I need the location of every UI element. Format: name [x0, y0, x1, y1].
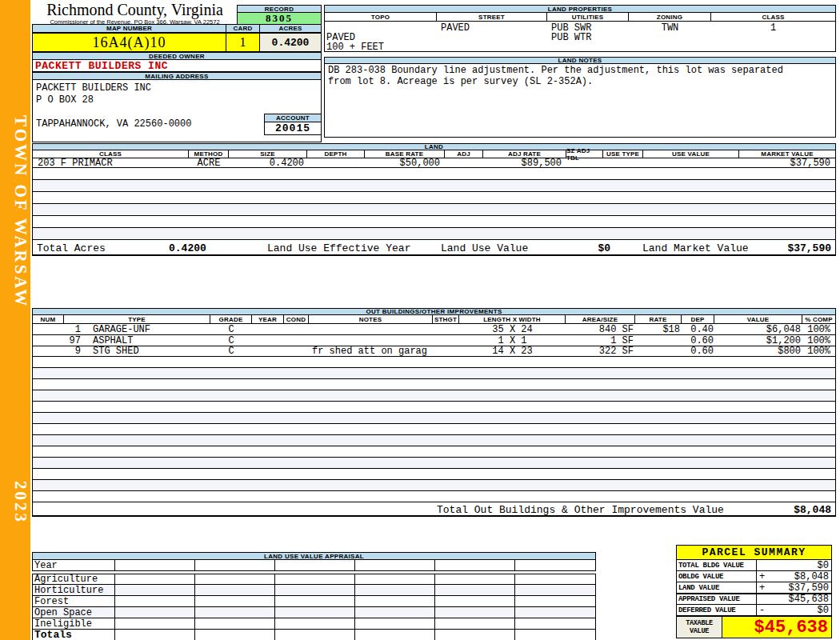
- col-num: NUM: [33, 315, 64, 323]
- record-value: 8305: [237, 13, 322, 25]
- summary-operator: +: [759, 582, 765, 594]
- appraisal-cell: [435, 574, 515, 584]
- account-label: ACCOUNT: [264, 114, 322, 122]
- summary-row-land: LAND VALUE +$37,590: [676, 582, 832, 594]
- out-buildings-table: OUT BUILDINGS/OTHER IMPROVEMENTS NUM TYP…: [32, 308, 836, 517]
- acres-label: ACRES: [260, 25, 321, 32]
- appraisal-cell: [355, 630, 435, 640]
- land-properties-section: LAND PROPERTIES TOPO STREET UTILITIES ZO…: [324, 5, 836, 52]
- map-number-header: MAP NUMBER CARD ACRES: [32, 24, 322, 33]
- map-number-values: 16A4(A)10 1 0.4200: [32, 33, 322, 52]
- summary-value: $37,590: [757, 582, 831, 594]
- col-depth: DEPTH: [307, 150, 365, 158]
- land-use-value-label: Land Use Value: [441, 242, 528, 254]
- land-data-row: 203 F PRIMACR ACRE 0.4200 $50,000 $89,50…: [32, 158, 836, 168]
- appraisal-cell: [355, 596, 435, 606]
- summary-label: TOTAL BLDG VALUE: [677, 560, 757, 570]
- summary-row-appraised: APPRAISED VALUE $45,638: [676, 594, 832, 605]
- out-buildings-header-row: NUM TYPE GRADE YEAR COND NOTES STHGT LEN…: [32, 315, 836, 324]
- empty-row: [32, 480, 836, 491]
- empty-row: [32, 402, 836, 413]
- appraisal-cell: [435, 560, 515, 570]
- land-use-appraisal-table: LAND USE VALUE APPRAISAL Year Agricultur…: [32, 552, 596, 640]
- appraisal-cell: [275, 560, 355, 570]
- appraisal-row-label: Open Space: [33, 607, 115, 618]
- appraisal-row-label: Year: [33, 560, 115, 570]
- col-pct-comp: % COMP: [802, 315, 835, 323]
- out-buildings-total-value: $8,048: [794, 504, 831, 516]
- appraisal-cell: [355, 574, 435, 584]
- col-sz-adj-tbl: SZ ADJ TBL: [566, 150, 603, 158]
- sidebar-town-label: TOWN OF WARSAW: [0, 112, 30, 312]
- appraisal-cell: [355, 560, 435, 570]
- appraisal-cell: [355, 618, 435, 629]
- col-utilities: UTILITIES: [547, 13, 629, 21]
- topo-value: 100 + FEET: [325, 42, 437, 52]
- empty-row: [32, 458, 836, 469]
- deeded-owner-value: PACKETT BUILDERS INC: [32, 60, 322, 72]
- street-value: PAVED: [437, 23, 547, 33]
- appraisal-cell: [275, 618, 355, 629]
- land-properties-row: 100 + FEET: [325, 42, 835, 52]
- card-value: 1: [226, 34, 260, 51]
- total-acres-label: Total Acres: [37, 242, 106, 254]
- out-building-row: 1 GARAGE-UNF C 35 X 24 840 SF $18 0.40 $…: [32, 324, 836, 335]
- land-notes-box: DB 283-038 Boundary line adjustment. Per…: [324, 64, 836, 138]
- map-number-label: MAP NUMBER: [33, 25, 226, 32]
- land-notes-line: from lot 8. Acreage is per survey (SL 2-…: [328, 76, 832, 87]
- land-properties-title: LAND PROPERTIES: [324, 5, 836, 13]
- total-acres-value: 0.4200: [169, 242, 206, 254]
- empty-row: [32, 168, 836, 180]
- sidebar-strip: TOWN OF WARSAW 2023: [0, 0, 30, 640]
- appraisal-cell: [355, 585, 435, 595]
- col-use-value: USE VALUE: [643, 150, 739, 158]
- appraisal-cell: [515, 596, 595, 606]
- out-building-row: 9 STG SHED C fr shed att on garag 14 X 2…: [32, 346, 836, 357]
- appraisal-row-forest: Forest: [32, 596, 596, 607]
- map-number-value: 16A4(A)10: [33, 34, 226, 51]
- zoning-value: TWN: [629, 23, 711, 33]
- empty-row: [32, 435, 836, 446]
- appraisal-row-ineligible: Ineligible: [32, 618, 596, 630]
- appraisal-cell: [195, 585, 275, 595]
- land-empty-rows: [32, 168, 836, 240]
- summary-value: $8,048: [757, 571, 831, 582]
- parcel-summary: PARCEL SUMMARY TOTAL BLDG VALUE $0 OBLDG…: [676, 545, 832, 638]
- appraisal-cell: [275, 585, 355, 595]
- land-properties-data: PAVED PUB SWR TWN 1 PAVED PUB WTR 100 + …: [324, 22, 836, 52]
- col-street: STREET: [437, 13, 547, 21]
- appraisal-cell: [515, 630, 595, 640]
- appraisal-cell: [115, 585, 195, 595]
- land-properties-header: TOPO STREET UTILITIES ZONING CLASS: [324, 13, 836, 22]
- col-class: CLASS: [711, 13, 835, 21]
- land-table: LAND CLASS METHOD SIZE DEPTH BASE RATE A…: [32, 143, 836, 256]
- summary-value: $0: [757, 605, 831, 616]
- empty-row: [32, 192, 836, 204]
- summary-row-deferred: DEFERRED VALUE -$0: [676, 605, 832, 616]
- col-use-type: USE TYPE: [603, 150, 643, 158]
- appraisal-cell: [435, 630, 515, 640]
- empty-row: [32, 368, 836, 379]
- col-sthgt: STHGT: [433, 315, 459, 323]
- sidebar-year-label: 2023: [0, 472, 30, 532]
- summary-label: OBLDG VALUE: [677, 571, 757, 582]
- account-section: ACCOUNT 20015: [264, 114, 322, 135]
- land-use-value: $0: [561, 242, 610, 254]
- land-totals-row: Total Acres 0.4200 Land Use Effective Ye…: [32, 240, 836, 256]
- parcel-summary-title: PARCEL SUMMARY: [676, 545, 832, 560]
- appraisal-cell: [115, 630, 195, 640]
- land-use-appraisal-title: LAND USE VALUE APPRAISAL: [32, 552, 596, 560]
- appraisal-cell: [115, 596, 195, 606]
- empty-row: [32, 390, 836, 402]
- acres-value: 0.4200: [260, 34, 321, 51]
- appraisal-row-label: Forest: [33, 596, 115, 606]
- col-type: TYPE: [64, 315, 210, 323]
- appraisal-cell: [195, 574, 275, 584]
- appraisal-cell: [195, 630, 275, 640]
- county-title: Richmond County, Virginia: [34, 1, 236, 19]
- summary-row-total-bldg: TOTAL BLDG VALUE $0: [676, 560, 832, 571]
- appraisal-row-totals: Totals: [32, 630, 596, 640]
- appraisal-cell: [275, 574, 355, 584]
- out-buildings-total-row: Total Out Buildings & Other Improvements…: [32, 502, 836, 517]
- appraisal-row-year: Year: [32, 560, 596, 571]
